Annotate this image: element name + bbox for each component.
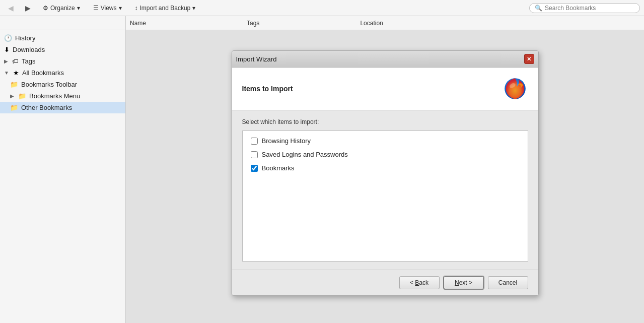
bookmarks-toolbar-icon: 📁	[10, 81, 18, 88]
checkbox-bookmarks[interactable]	[251, 165, 258, 172]
checkbox-item-bookmarks: Bookmarks	[251, 164, 520, 172]
sidebar: 🕐 History ⬇ Downloads ▶ 🏷 Tags ▼ ★ All B…	[0, 30, 126, 323]
sidebar-item-label-history: History	[15, 34, 35, 42]
bookmarks-menu-expand-icon: ▶	[10, 93, 14, 99]
checkbox-label-saved-logins[interactable]: Saved Logins and Passwords	[262, 151, 348, 158]
dialog-header: Items to Import	[232, 68, 538, 110]
views-button[interactable]: ☰ Views ▾	[89, 3, 126, 14]
import-wizard-dialog: Import Wizard ✕ Items to Import	[232, 50, 539, 296]
sidebar-item-tags[interactable]: ▶ 🏷 Tags	[0, 55, 125, 67]
next-dialog-label: Next >	[455, 279, 472, 286]
history-icon: 🕐	[4, 34, 12, 42]
sidebar-item-all-bookmarks[interactable]: ▼ ★ All Bookmarks	[0, 67, 125, 79]
forward-button[interactable]: ▶	[21, 2, 34, 15]
checkbox-saved-logins[interactable]	[251, 151, 258, 158]
views-arrow-icon: ▾	[119, 5, 122, 12]
dialog-footer: < Back Next > Cancel	[232, 270, 538, 295]
sidebar-item-other-bookmarks[interactable]: 📁 Other Bookmarks	[0, 102, 125, 113]
search-icon: 🔍	[535, 5, 542, 12]
import-arrow-icon: ↕	[135, 5, 138, 12]
dialog-header-title: Items to Import	[242, 85, 293, 93]
organize-label: Organize	[50, 5, 75, 12]
dialog-close-button[interactable]: ✕	[524, 54, 534, 64]
sidebar-item-label-downloads: Downloads	[13, 46, 45, 53]
downloads-icon: ⬇	[4, 46, 10, 53]
sidebar-item-history[interactable]: 🕐 History	[0, 32, 125, 44]
checkbox-label-browsing-history[interactable]: Browsing History	[262, 137, 311, 145]
dialog-title: Import Wizard	[236, 55, 277, 63]
cancel-dialog-label: Cancel	[498, 279, 517, 286]
views-label: Views	[101, 5, 117, 12]
checkbox-item-saved-logins: Saved Logins and Passwords	[251, 151, 520, 158]
column-headers-right: Name Tags Location	[126, 20, 644, 27]
sidebar-item-downloads[interactable]: ⬇ Downloads	[0, 44, 125, 55]
sidebar-item-label-bookmarks-menu: Bookmarks Menu	[29, 92, 80, 100]
sidebar-header-spacer	[0, 16, 126, 30]
import-backup-button[interactable]: ↕ Import and Backup ▾	[130, 3, 200, 14]
all-bookmarks-expand-icon: ▼	[4, 70, 9, 76]
content-area: Import Wizard ✕ Items to Import	[126, 30, 644, 323]
sidebar-item-label-bookmarks-toolbar: Bookmarks Toolbar	[21, 81, 77, 88]
modal-overlay: Import Wizard ✕ Items to Import	[126, 30, 644, 323]
firefox-logo	[502, 76, 528, 102]
dialog-titlebar: Import Wizard ✕	[232, 51, 538, 68]
dialog-instruction: Select which items to import:	[242, 118, 528, 125]
sidebar-item-bookmarks-toolbar[interactable]: 📁 Bookmarks Toolbar	[0, 79, 125, 90]
col-name: Name	[130, 20, 146, 27]
main-layout: 🕐 History ⬇ Downloads ▶ 🏷 Tags ▼ ★ All B…	[0, 30, 644, 323]
search-input[interactable]	[545, 5, 634, 12]
back-dialog-button[interactable]: < Back	[399, 276, 440, 289]
views-list-icon: ☰	[93, 5, 99, 12]
col-location: Location	[360, 20, 383, 27]
checkbox-label-bookmarks[interactable]: Bookmarks	[262, 164, 295, 172]
import-dropdown-arrow-icon: ▾	[192, 5, 195, 12]
other-bookmarks-icon: 📁	[10, 104, 18, 111]
bookmarks-menu-icon: 📁	[18, 92, 26, 100]
search-box: 🔍	[529, 3, 640, 13]
checkbox-item-browsing-history: Browsing History	[251, 137, 520, 145]
tags-expand-icon: ▶	[4, 58, 8, 64]
tags-icon: 🏷	[12, 57, 19, 65]
toolbar: ◀ ▶ ⚙ Organize ▾ ☰ Views ▾ ↕ Import and …	[0, 0, 644, 16]
sidebar-item-label-other-bookmarks: Other Bookmarks	[21, 104, 72, 111]
close-icon: ✕	[527, 56, 531, 62]
column-headers: Name Tags Location	[0, 16, 644, 30]
checkbox-list: Browsing History Saved Logins and Passwo…	[242, 131, 528, 262]
next-dialog-button[interactable]: Next >	[444, 276, 484, 289]
dialog-body: Select which items to import: Browsing H…	[232, 110, 538, 270]
sidebar-item-bookmarks-menu[interactable]: ▶ 📁 Bookmarks Menu	[0, 90, 125, 102]
sidebar-item-label-tags: Tags	[22, 57, 35, 65]
organize-button[interactable]: ⚙ Organize ▾	[38, 3, 85, 14]
organize-gear-icon: ⚙	[43, 5, 48, 12]
sidebar-item-label-all-bookmarks: All Bookmarks	[22, 69, 64, 77]
import-label: Import and Backup	[140, 5, 191, 12]
checkbox-browsing-history[interactable]	[251, 138, 258, 145]
col-tags: Tags	[247, 20, 259, 27]
all-bookmarks-star-icon: ★	[13, 69, 19, 77]
cancel-dialog-button[interactable]: Cancel	[488, 276, 528, 289]
organize-arrow-icon: ▾	[77, 5, 80, 12]
back-dialog-label: < Back	[410, 279, 428, 286]
back-button[interactable]: ◀	[4, 2, 17, 15]
